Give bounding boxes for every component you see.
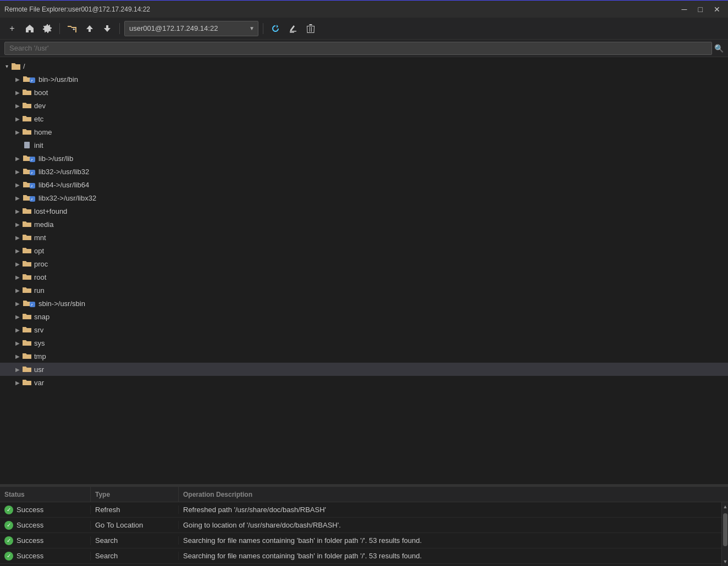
tree-item-label: usr (34, 365, 44, 374)
svg-text:↗: ↗ (30, 302, 33, 307)
folder-icon-root (11, 62, 21, 70)
tree-item[interactable]: ▶ ↗ libx32->/usr/libx32 (0, 191, 728, 204)
folder-icon (22, 325, 32, 334)
bottom-scrollbar[interactable]: ▲ ▼ (721, 502, 728, 566)
expand-icon[interactable]: ▶ (13, 312, 22, 321)
tree-item[interactable]: ▶home (0, 125, 728, 138)
expand-icon-root[interactable]: ▾ (2, 62, 11, 70)
expand-icon[interactable]: ▶ (13, 101, 22, 110)
expand-icon[interactable]: ▶ (13, 127, 22, 136)
tree-item[interactable]: ▶sys (0, 336, 728, 349)
expand-icon[interactable]: ▶ (13, 273, 22, 281)
expand-icon[interactable]: ▶ (13, 299, 22, 308)
log-status-cell: ✓ Success (0, 552, 91, 561)
navigate-down-button[interactable] (100, 21, 115, 36)
expand-icon[interactable]: ▶ (13, 259, 22, 268)
expand-icon[interactable]: ▶ (13, 352, 22, 360)
tree-item[interactable]: ▶usr (0, 363, 728, 376)
folder-icon (22, 339, 32, 347)
expand-icon[interactable]: ▶ (13, 75, 22, 84)
folder-icon: ↗ (22, 180, 36, 189)
expand-icon[interactable]: ▶ (13, 167, 22, 176)
search-icon[interactable]: 🔍 (714, 44, 724, 53)
refresh-button[interactable] (268, 21, 283, 36)
tree-item[interactable]: ▶ ↗ sbin->/usr/sbin (0, 297, 728, 310)
tree-item[interactable]: ▶var (0, 376, 728, 389)
tree-item[interactable]: ▶snap (0, 310, 728, 323)
tree-item-label: proc (34, 260, 48, 268)
expand-icon[interactable]: ▶ (13, 339, 22, 347)
rename-button[interactable] (285, 21, 301, 36)
bottom-panel-rows[interactable]: ✓ Success Refresh Refreshed path '/usr/s… (0, 502, 721, 566)
minimize-button[interactable]: ─ (679, 4, 691, 15)
log-row[interactable]: ✓ Success Refresh Refreshed path '/usr/s… (0, 502, 721, 518)
expand-icon[interactable]: ▶ (13, 325, 22, 334)
location-dropdown-arrow[interactable]: ▼ (246, 23, 258, 34)
expand-icon[interactable]: ▶ (13, 365, 22, 374)
log-row[interactable]: ✓ Success Search Searching for file name… (0, 533, 721, 548)
tree-item[interactable]: ▶ ↗ bin->/usr/bin (0, 73, 728, 86)
arrow-down-icon (103, 25, 111, 32)
svg-text:↗: ↗ (30, 157, 33, 162)
expand-icon[interactable]: ▶ (13, 193, 22, 202)
title-text: Remote File Explorer:user001@172.17.249.… (4, 5, 150, 13)
home-button[interactable] (22, 21, 37, 36)
log-row[interactable]: ✓ Success Go To Location Going to locati… (0, 518, 721, 533)
log-status-cell: ✓ Success (0, 506, 91, 514)
settings-button[interactable] (40, 21, 55, 36)
tree-item[interactable]: ▶lost+found (0, 204, 728, 218)
tree-item-label: opt (34, 247, 44, 255)
expand-icon[interactable]: ▶ (13, 207, 22, 215)
navigate-up-button[interactable] (82, 21, 97, 36)
log-row[interactable]: ✓ Success Search Searching for file name… (0, 548, 721, 564)
tree-item[interactable]: ▶ ↗ lib64->/usr/lib64 (0, 178, 728, 191)
expand-icon[interactable]: ▶ (13, 88, 22, 97)
svg-text:↗: ↗ (30, 184, 33, 188)
tree-item[interactable]: ▶ ↗ lib->/usr/lib (0, 152, 728, 165)
tree-item[interactable]: ▶opt (0, 244, 728, 257)
log-type-cell: Search (91, 552, 179, 560)
maximize-button[interactable]: □ (695, 4, 706, 15)
scrollbar-thumb[interactable] (723, 513, 727, 546)
tree-item[interactable]: ▶etc (0, 112, 728, 125)
tree-item[interactable]: ▶ ↗ lib32->/usr/lib32 (0, 165, 728, 178)
expand-icon[interactable]: ▶ (13, 180, 22, 189)
tree-item[interactable]: ▶mnt (0, 231, 728, 244)
log-status-text: Success (16, 552, 43, 560)
folder-icon (22, 220, 32, 229)
expand-icon[interactable]: ▶ (13, 233, 22, 242)
location-input[interactable] (125, 21, 246, 36)
tree-item[interactable]: ▶media (0, 218, 728, 231)
search-input[interactable] (4, 42, 712, 55)
tree-item[interactable]: ▶dev (0, 99, 728, 112)
new-folder-button[interactable]: + (64, 21, 80, 36)
tree-item[interactable]: ▶init (0, 138, 728, 152)
new-file-button[interactable]: + (4, 21, 20, 36)
tree-item[interactable]: ▶run (0, 284, 728, 297)
tree-item-label: srv (34, 326, 43, 334)
tree-item-label: init (34, 141, 43, 149)
expand-icon[interactable]: ▶ (13, 154, 22, 163)
expand-icon[interactable]: ▶ (13, 220, 22, 229)
tree-item[interactable]: ▶srv (0, 323, 728, 336)
delete-button[interactable] (303, 21, 318, 36)
tree-item[interactable]: ▶tmp (0, 349, 728, 363)
search-bar: 🔍 (0, 40, 728, 57)
expand-icon[interactable]: ▶ (13, 246, 22, 255)
close-button[interactable]: ✕ (710, 4, 724, 15)
expand-icon[interactable]: ▶ (13, 114, 22, 123)
tree-item-label: dev (34, 102, 46, 110)
scroll-down-arrow[interactable]: ▼ (722, 557, 728, 566)
expand-icon[interactable]: ▶ (13, 378, 22, 387)
folder-icon (22, 365, 32, 374)
log-desc-cell: Searching for file names containing 'bas… (179, 552, 721, 560)
scroll-up-arrow[interactable]: ▲ (722, 502, 728, 511)
expand-icon[interactable]: ▶ (13, 286, 22, 295)
tree-item[interactable]: ▶boot (0, 86, 728, 99)
tree-item[interactable]: ▶root (0, 270, 728, 284)
file-icon (22, 141, 32, 149)
folder-icon (22, 378, 32, 387)
tree-item[interactable]: ▶proc (0, 257, 728, 270)
file-tree[interactable]: ▾ / ▶ ↗ bin->/usr/bin▶boot▶dev▶etc▶home▶… (0, 57, 728, 484)
tree-root[interactable]: ▾ / (0, 59, 728, 73)
